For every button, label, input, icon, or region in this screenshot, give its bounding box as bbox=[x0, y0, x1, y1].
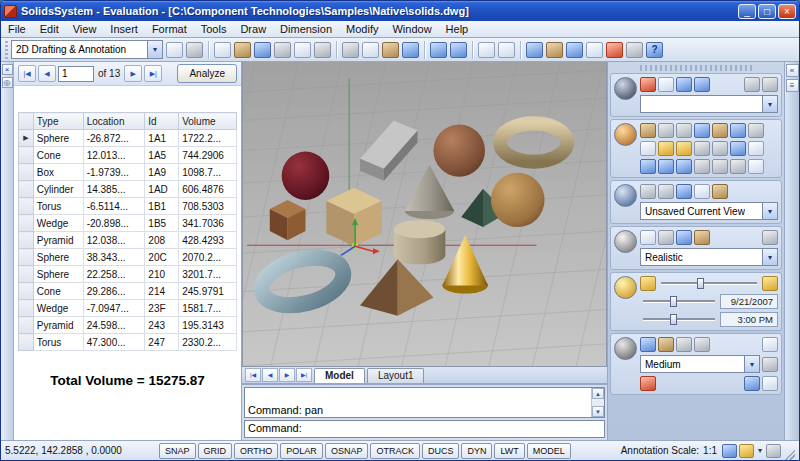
sky-status-icon[interactable] bbox=[762, 276, 778, 291]
otrack-toggle[interactable]: OTRACK bbox=[370, 443, 420, 459]
tab-next-icon[interactable]: ▶ bbox=[279, 368, 295, 382]
command-history[interactable]: Command: pan ▲ ▼ bbox=[244, 387, 605, 418]
sheet-set-manager-icon[interactable] bbox=[586, 42, 603, 58]
lwt-toggle[interactable]: LWT bbox=[494, 443, 524, 459]
status-menu-dropdown-icon[interactable]: ▾ bbox=[756, 446, 764, 455]
first-record-button[interactable]: |◀ bbox=[18, 65, 36, 82]
quickcalc-icon[interactable] bbox=[626, 42, 643, 58]
camera-icon[interactable] bbox=[676, 184, 692, 199]
qnew-icon[interactable] bbox=[214, 42, 231, 58]
publish-icon[interactable] bbox=[314, 42, 331, 58]
menu-format[interactable]: Format bbox=[145, 22, 194, 36]
open-icon[interactable] bbox=[234, 42, 251, 58]
save-icon[interactable] bbox=[254, 42, 271, 58]
zoom-extents-icon[interactable] bbox=[694, 77, 710, 92]
pan-icon[interactable] bbox=[658, 77, 674, 92]
light-panel-icon[interactable] bbox=[614, 276, 637, 299]
polar-toggle[interactable]: POLAR bbox=[280, 443, 323, 459]
camera-combo-dropdown-icon[interactable]: ▾ bbox=[762, 96, 777, 112]
polysolid-icon[interactable] bbox=[640, 141, 656, 156]
table-row[interactable]: Wedge-20.898...1B5341.7036 bbox=[19, 215, 237, 232]
command-scrollbar[interactable]: ▲ ▼ bbox=[591, 388, 604, 417]
materials-browser-icon[interactable] bbox=[640, 337, 656, 352]
helix-icon[interactable] bbox=[748, 141, 764, 156]
table-row[interactable]: Sphere38.343...20C2070.2... bbox=[19, 249, 237, 266]
sweep-icon[interactable] bbox=[694, 141, 710, 156]
plot-icon[interactable] bbox=[274, 42, 291, 58]
menu-insert[interactable]: Insert bbox=[103, 22, 145, 36]
table-row[interactable]: Cone29.286...214245.9791 bbox=[19, 283, 237, 300]
palette-pin-icon[interactable]: ◎ bbox=[2, 77, 13, 88]
ortho-toggle[interactable]: ORTHO bbox=[234, 443, 278, 459]
workspace-dropdown-icon[interactable]: ▾ bbox=[147, 41, 162, 58]
torus-primitive-icon[interactable] bbox=[730, 123, 746, 138]
table-row[interactable]: Sphere22.258...2103201.7... bbox=[19, 266, 237, 283]
intersect-icon[interactable] bbox=[676, 159, 692, 174]
table-row[interactable]: Box-1.9739...1A91098.7... bbox=[19, 164, 237, 181]
wedge-primitive-icon[interactable] bbox=[658, 123, 674, 138]
scroll-down-icon[interactable]: ▼ bbox=[592, 406, 604, 417]
union-icon[interactable] bbox=[640, 159, 656, 174]
solid-sphere-darkred[interactable] bbox=[282, 152, 330, 200]
record-number-input[interactable] bbox=[58, 66, 94, 82]
table-row[interactable]: Cylinder14.385...1AD606.4876 bbox=[19, 181, 237, 198]
table-row[interactable]: Wedge-7.0947...23F1581.7... bbox=[19, 300, 237, 317]
tab-first-icon[interactable]: |◀ bbox=[245, 368, 261, 382]
make-panel-icon[interactable] bbox=[614, 123, 637, 146]
visual-style-combo[interactable]: Realistic ▾ bbox=[640, 248, 778, 266]
solid-cylinder-tan[interactable] bbox=[394, 220, 446, 264]
menu-help[interactable]: Help bbox=[439, 22, 476, 36]
grid-toggle[interactable]: GRID bbox=[198, 443, 233, 459]
tab-prev-icon[interactable]: ◀ bbox=[262, 368, 278, 382]
visual-style-dropdown-icon[interactable]: ▾ bbox=[762, 249, 777, 265]
navigate-panel-icon[interactable] bbox=[614, 77, 637, 100]
osnap-toggle[interactable]: OSNAP bbox=[325, 443, 369, 459]
ducs-toggle[interactable]: DUCS bbox=[422, 443, 460, 459]
menu-window[interactable]: Window bbox=[385, 22, 438, 36]
2d-wireframe-icon[interactable] bbox=[640, 230, 656, 245]
render-output-icon[interactable] bbox=[744, 376, 760, 391]
menu-modify[interactable]: Modify bbox=[339, 22, 385, 36]
annotation-autoscale-icon[interactable] bbox=[739, 444, 754, 458]
sun-date-slider[interactable] bbox=[643, 300, 715, 303]
toolbar-grip[interactable] bbox=[5, 41, 8, 59]
dashboard-collapse-icon[interactable]: « bbox=[786, 64, 799, 77]
column-header-type[interactable]: Type bbox=[33, 113, 83, 130]
render-region-icon[interactable] bbox=[640, 376, 656, 391]
titlebar[interactable]: SolidsSystem - Evaluation - [C:\Componen… bbox=[1, 1, 799, 21]
column-header-volume[interactable]: Volume bbox=[179, 113, 237, 130]
cylinder-primitive-icon[interactable] bbox=[712, 123, 728, 138]
resize-grip[interactable] bbox=[783, 448, 795, 460]
menu-draw[interactable]: Draw bbox=[233, 22, 273, 36]
visual-style-panel-icon[interactable] bbox=[614, 230, 637, 253]
cone-primitive-icon[interactable] bbox=[676, 123, 692, 138]
table-row[interactable]: Cone12.013...1A5744.2906 bbox=[19, 147, 237, 164]
zoom-realtime-icon[interactable] bbox=[498, 42, 515, 58]
undo-icon[interactable] bbox=[430, 42, 447, 58]
workspace-lock-icon[interactable] bbox=[186, 42, 203, 58]
conceptual-style-icon[interactable] bbox=[694, 230, 710, 245]
table-row[interactable]: Torus-6.5114...1B1708.5303 bbox=[19, 198, 237, 215]
constrained-orbit-icon[interactable] bbox=[640, 77, 656, 92]
render-icon[interactable] bbox=[762, 357, 778, 372]
table-row[interactable]: Torus47.300...2472330.2... bbox=[19, 334, 237, 351]
maximize-button[interactable]: □ bbox=[758, 4, 776, 19]
view-combo[interactable]: Unsaved Current View ▾ bbox=[640, 202, 778, 220]
extrude-icon[interactable] bbox=[658, 141, 674, 156]
sun-status-icon[interactable] bbox=[640, 276, 656, 291]
planar-mapping-icon[interactable] bbox=[676, 337, 692, 352]
manage-styles-icon[interactable] bbox=[762, 230, 778, 245]
revolve-icon[interactable] bbox=[676, 141, 692, 156]
3d-hidden-icon[interactable] bbox=[658, 230, 674, 245]
minimize-button[interactable]: _ bbox=[738, 4, 756, 19]
views-panel-icon[interactable] bbox=[614, 184, 637, 207]
dashboard-menu-icon[interactable]: ≡ bbox=[786, 79, 799, 92]
box-primitive-icon[interactable] bbox=[640, 123, 656, 138]
model-toggle[interactable]: MODEL bbox=[527, 443, 571, 459]
tool-palettes-icon[interactable] bbox=[566, 42, 583, 58]
3d-move-icon[interactable] bbox=[694, 159, 710, 174]
cut-icon[interactable] bbox=[342, 42, 359, 58]
tab-model[interactable]: Model bbox=[314, 368, 365, 383]
annotation-visibility-icon[interactable] bbox=[722, 444, 737, 458]
close-button[interactable]: × bbox=[778, 4, 796, 19]
